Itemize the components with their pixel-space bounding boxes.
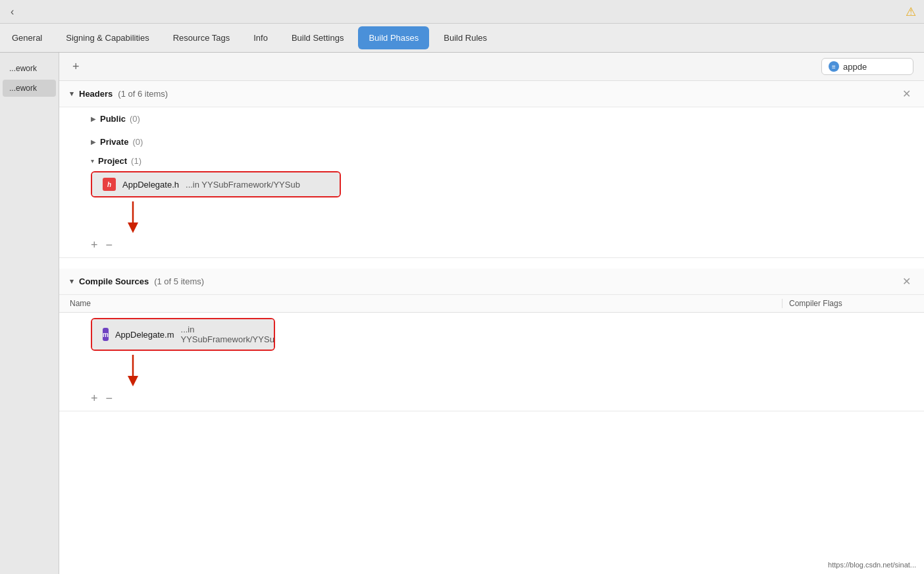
compile-count: (1 of 5 items): [154, 276, 204, 286]
header-file-path: ...in YYSubFramework/YYSub: [186, 180, 300, 190]
compile-file-name: AppDelegate.m: [115, 330, 174, 340]
tab-resource-tags[interactable]: Resource Tags: [161, 24, 242, 52]
add-phase-button[interactable]: +: [70, 60, 82, 74]
tab-build-settings[interactable]: Build Settings: [280, 24, 356, 52]
sidebar-item-framework1[interactable]: ...ework: [3, 60, 56, 77]
sidebar-item-framework2[interactable]: ...ework: [3, 80, 56, 97]
header-file-name: AppDelegate.h: [122, 180, 179, 190]
headers-chevron: ▾: [70, 90, 74, 98]
compile-chevron: ▾: [70, 277, 74, 286]
svg-marker-3: [128, 376, 138, 386]
compile-remove-button[interactable]: −: [106, 392, 113, 404]
headers-add-button[interactable]: +: [91, 239, 98, 251]
compile-file-path: ...in YYSubFramework/YYSub: [181, 325, 275, 344]
content-area: + ≡ appde ▾ Headers (1 of 6 items) ✕: [59, 53, 924, 574]
compile-title: Compile Sources: [79, 276, 149, 286]
public-chevron: ▶: [91, 115, 96, 122]
project-label: Project: [98, 156, 127, 166]
project-count: (1): [131, 156, 141, 166]
svg-marker-1: [128, 222, 138, 233]
tab-build-rules[interactable]: Build Rules: [432, 24, 499, 52]
top-bar-right: ⚠: [906, 5, 916, 19]
compile-phase-header[interactable]: ▾ Compile Sources (1 of 5 items) ✕: [59, 269, 924, 295]
headers-private-section: ▶ Private (0): [59, 130, 924, 153]
headers-close-button[interactable]: ✕: [900, 88, 913, 100]
compile-add-remove: + −: [59, 388, 924, 411]
public-count: (0): [130, 114, 140, 124]
compile-close-button[interactable]: ✕: [900, 275, 913, 288]
tab-info[interactable]: Info: [242, 24, 280, 52]
sidebar: ...ework ...ework: [0, 53, 59, 574]
col-name-header: Name: [70, 299, 782, 308]
public-label: Public: [100, 114, 126, 124]
back-button[interactable]: ‹: [8, 6, 16, 18]
tab-bar: General Signing & Capabilities Resource …: [0, 24, 924, 53]
headers-title: Headers: [79, 89, 113, 99]
header-file-row[interactable]: h AppDelegate.h ...in YYSubFramework/YYS…: [92, 172, 340, 196]
compile-arrow: [125, 355, 924, 388]
header-file-outline: h AppDelegate.h ...in YYSubFramework/YYS…: [91, 171, 341, 197]
private-label: Private: [100, 137, 128, 147]
private-chevron: ▶: [91, 138, 96, 145]
headers-project-header[interactable]: ▾ Project (1): [91, 153, 924, 169]
col-flags-header: Compiler Flags: [782, 299, 913, 308]
warning-icon: ⚠: [906, 5, 916, 19]
compile-table-header: Name Compiler Flags: [59, 295, 924, 313]
headers-project-section: ▾ Project (1) h AppDelegate.h ...in YYSu…: [59, 153, 924, 197]
headers-private-header[interactable]: ▶ Private (0): [91, 134, 924, 149]
project-chevron: ▾: [91, 157, 94, 165]
headers-count: (1 of 6 items): [118, 89, 168, 99]
compile-add-button[interactable]: +: [91, 392, 98, 404]
tab-build-phases[interactable]: Build Phases: [358, 26, 429, 49]
compile-file-outline: m AppDelegate.m ...in YYSubFramework/YYS…: [91, 318, 275, 351]
private-count: (0): [132, 137, 143, 147]
compile-file-row[interactable]: m AppDelegate.m ...in YYSubFramework/YYS…: [92, 319, 274, 350]
headers-phase-header[interactable]: ▾ Headers (1 of 6 items) ✕: [59, 81, 924, 107]
scheme-icon: ≡: [829, 61, 839, 72]
compile-section: ▾ Compile Sources (1 of 5 items) ✕ Name …: [59, 269, 924, 411]
top-bar-left: ‹: [8, 6, 16, 18]
tab-signing[interactable]: Signing & Capabilities: [54, 24, 161, 52]
top-bar: ‹ ⚠: [0, 0, 924, 24]
headers-public-section: ▶ Public (0): [59, 107, 924, 130]
main-layout: ...ework ...ework + ≡ appde ▾ Headers (1…: [0, 53, 924, 574]
headers-arrow: [125, 201, 924, 235]
headers-section: ▾ Headers (1 of 6 items) ✕ ▶ Public (0) …: [59, 81, 924, 258]
headers-add-remove: + −: [59, 235, 924, 257]
tab-general[interactable]: General: [0, 24, 54, 52]
footer-url: https://blog.csdn.net/sinat...: [828, 561, 916, 569]
content-header: + ≡ appde: [59, 53, 924, 81]
header-file-icon: h: [103, 178, 116, 191]
headers-public-header[interactable]: ▶ Public (0): [91, 111, 924, 126]
scheme-label: appde: [843, 62, 867, 72]
scheme-selector[interactable]: ≡ appde: [821, 58, 913, 75]
scheme-icon-text: ≡: [832, 63, 836, 70]
headers-remove-button[interactable]: −: [106, 239, 113, 251]
compile-file-icon: m: [103, 328, 109, 341]
